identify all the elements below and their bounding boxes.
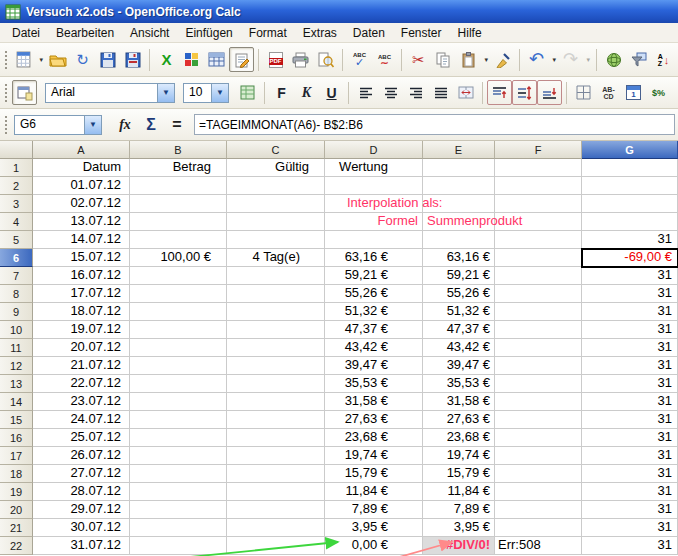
cell-D17[interactable]: 19,74 €: [325, 447, 423, 465]
cell-C3[interactable]: [227, 195, 325, 213]
wrap-text-button[interactable]: AB-CD: [596, 80, 621, 105]
cell-A2[interactable]: 01.07.12: [33, 177, 130, 195]
cell-A12[interactable]: 21.07.12: [33, 357, 130, 375]
name-box[interactable]: G6 ▼: [14, 115, 102, 135]
row-header-6[interactable]: 6: [0, 249, 33, 267]
cell-D2[interactable]: [325, 177, 423, 195]
cell-C10[interactable]: [227, 321, 325, 339]
cell-G18[interactable]: 31: [582, 465, 678, 483]
row-header-13[interactable]: 13: [0, 375, 33, 393]
row-header-4[interactable]: 4: [0, 213, 33, 231]
cell-C2[interactable]: [227, 177, 325, 195]
cell-G20[interactable]: 31: [582, 501, 678, 519]
reload-button[interactable]: ↻: [70, 47, 95, 72]
cell-C19[interactable]: [227, 483, 325, 501]
cell-A9[interactable]: 18.07.12: [33, 303, 130, 321]
select-all-corner[interactable]: [0, 141, 33, 159]
cell-G16[interactable]: 31: [582, 429, 678, 447]
chevron-down-icon[interactable]: ▼: [211, 84, 228, 102]
cell-D22[interactable]: 0,00 €: [325, 537, 423, 555]
cell-C16[interactable]: [227, 429, 325, 447]
menu-item-hilfe[interactable]: Hilfe: [450, 24, 490, 42]
row-header-12[interactable]: 12: [0, 357, 33, 375]
cell-C1[interactable]: Gültig: [227, 159, 325, 177]
hyperlink-button[interactable]: [601, 47, 626, 72]
cell-A19[interactable]: 28.07.12: [33, 483, 130, 501]
row-header-2[interactable]: 2: [0, 177, 33, 195]
toolbar-drag-handle[interactable]: [3, 49, 7, 71]
cell-E12[interactable]: 39,47 €: [423, 357, 495, 375]
cell-F3[interactable]: [495, 195, 582, 213]
currency-format-button[interactable]: $%: [646, 80, 671, 105]
cell-C21[interactable]: [227, 519, 325, 537]
toolbar-drag-handle[interactable]: [3, 114, 8, 136]
menu-item-extras[interactable]: Extras: [295, 24, 345, 42]
cell-A22[interactable]: 31.07.12: [33, 537, 130, 555]
cell-F11[interactable]: [495, 339, 582, 357]
align-right-button[interactable]: [403, 80, 428, 105]
underline-button[interactable]: U: [319, 80, 344, 105]
spellcheck-button[interactable]: ABC✓: [347, 47, 372, 72]
italic-button[interactable]: K: [294, 80, 319, 105]
cell-D7[interactable]: 59,21 €: [325, 267, 423, 285]
date-format-button[interactable]: 1: [621, 80, 646, 105]
cell-E4[interactable]: Summenprodukt: [423, 213, 495, 231]
cell-B7[interactable]: [130, 267, 227, 285]
cell-E18[interactable]: 15,79 €: [423, 465, 495, 483]
autofilter-button[interactable]: [626, 47, 651, 72]
cell-B3[interactable]: [130, 195, 227, 213]
page-preview-button[interactable]: [313, 47, 338, 72]
cell-G10[interactable]: 31: [582, 321, 678, 339]
cell-D9[interactable]: 51,32 €: [325, 303, 423, 321]
menu-item-ansicht[interactable]: Ansicht: [122, 24, 177, 42]
cell-C6[interactable]: 4 Tag(e): [227, 249, 325, 267]
cell-F12[interactable]: [495, 357, 582, 375]
cell-A16[interactable]: 25.07.12: [33, 429, 130, 447]
cell-B19[interactable]: [130, 483, 227, 501]
align-left-button[interactable]: [353, 80, 378, 105]
borders-button[interactable]: [571, 80, 596, 105]
cell-C18[interactable]: [227, 465, 325, 483]
cell-C13[interactable]: [227, 375, 325, 393]
cell-C8[interactable]: [227, 285, 325, 303]
cell-E11[interactable]: 43,42 €: [423, 339, 495, 357]
cell-E15[interactable]: 27,63 €: [423, 411, 495, 429]
row-header-3[interactable]: 3: [0, 195, 33, 213]
cell-E22[interactable]: #DIV/0!: [423, 537, 495, 555]
cell-G11[interactable]: 31: [582, 339, 678, 357]
cell-A3[interactable]: 02.07.12: [33, 195, 130, 213]
row-header-21[interactable]: 21: [0, 519, 33, 537]
cell-D5[interactable]: [325, 231, 423, 249]
cell-A8[interactable]: 17.07.12: [33, 285, 130, 303]
cell-A7[interactable]: 16.07.12: [33, 267, 130, 285]
row-header-16[interactable]: 16: [0, 429, 33, 447]
cell-D16[interactable]: 23,68 €: [325, 429, 423, 447]
cell-E17[interactable]: 19,74 €: [423, 447, 495, 465]
formula-input[interactable]: [194, 114, 675, 135]
cell-G15[interactable]: 31: [582, 411, 678, 429]
cell-A20[interactable]: 29.07.12: [33, 501, 130, 519]
cell-D6[interactable]: 63,16 €: [325, 249, 423, 267]
cell-A14[interactable]: 23.07.12: [33, 393, 130, 411]
menu-item-fenster[interactable]: Fenster: [393, 24, 450, 42]
cell-B1[interactable]: Betrag: [130, 159, 227, 177]
cell-E2[interactable]: [423, 177, 495, 195]
cell-F8[interactable]: [495, 285, 582, 303]
cell-B18[interactable]: [130, 465, 227, 483]
cell-F17[interactable]: [495, 447, 582, 465]
cell-A1[interactable]: Datum: [33, 159, 130, 177]
cell-B22[interactable]: [130, 537, 227, 555]
cell-G12[interactable]: 31: [582, 357, 678, 375]
align-top-button[interactable]: [487, 80, 512, 105]
cell-F9[interactable]: [495, 303, 582, 321]
cell-A4[interactable]: 13.07.12: [33, 213, 130, 231]
column-header-b[interactable]: B: [130, 141, 227, 159]
column-header-a[interactable]: A: [33, 141, 130, 159]
export-pdf-button[interactable]: PDF: [263, 47, 288, 72]
row-header-11[interactable]: 11: [0, 339, 33, 357]
cell-B4[interactable]: [130, 213, 227, 231]
sort-ascending-button[interactable]: AZ ↓: [651, 47, 676, 72]
cell-D12[interactable]: 39,47 €: [325, 357, 423, 375]
row-header-9[interactable]: 9: [0, 303, 33, 321]
cell-D3[interactable]: Interpolation als:: [325, 195, 423, 213]
